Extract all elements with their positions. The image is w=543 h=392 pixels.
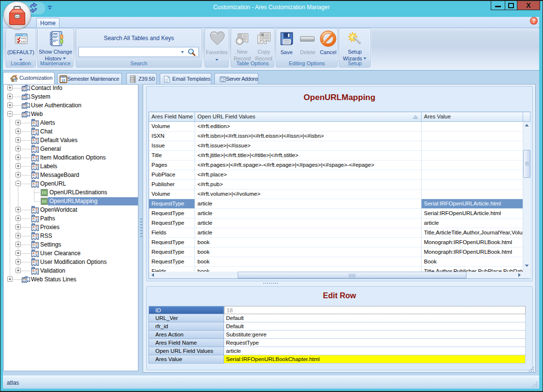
svg-text:12: 12	[61, 79, 65, 82]
svg-text:A: A	[32, 156, 34, 159]
svg-text:A: A	[32, 174, 34, 176]
svg-text:A: A	[32, 165, 34, 168]
svg-text:A: A	[32, 226, 34, 229]
svg-text:A: A	[262, 33, 264, 36]
svg-text:A: A	[32, 243, 34, 246]
svg-text:A: A	[32, 261, 34, 263]
svg-text:A: A	[32, 182, 34, 185]
svg-text:A: A	[32, 217, 34, 220]
svg-text:A: A	[32, 121, 34, 124]
svg-text:A: A	[32, 139, 34, 142]
svg-text:A: A	[32, 269, 34, 272]
svg-text:A: A	[32, 130, 34, 133]
svg-text:A: A	[32, 208, 34, 211]
svg-text:A: A	[32, 252, 34, 255]
svg-text:A: A	[32, 147, 34, 150]
svg-text:A: A	[32, 234, 34, 237]
